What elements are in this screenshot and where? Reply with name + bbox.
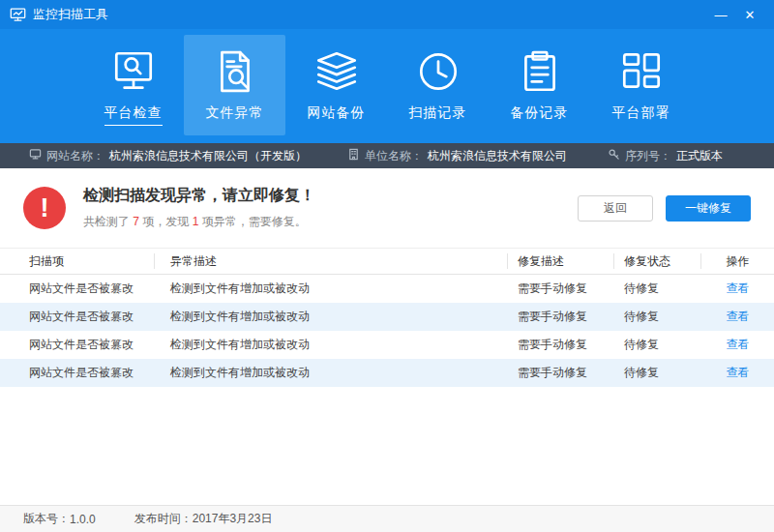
- site-name-value: 杭州索浪信息技术有限公司（开发版）: [109, 148, 307, 164]
- cell-anomaly: 检测到文件有增加或被改动: [155, 309, 508, 325]
- tab-label: 平台部署: [612, 104, 670, 122]
- cell-fix-desc: 需要手动修复: [508, 281, 614, 297]
- monitor-icon: [29, 148, 42, 163]
- monitor-search-icon: [109, 44, 158, 99]
- building-icon: [347, 148, 360, 163]
- title-bar: 监控扫描工具 — ✕: [0, 0, 774, 29]
- serial-item: 序列号：正式版本: [608, 148, 723, 164]
- cell-scan-item: 网站文件是否被篡改: [0, 309, 155, 325]
- summary-middle: 项，发现: [139, 215, 193, 228]
- table-header: 扫描项 异常描述 修复描述 修复状态 操作: [0, 248, 774, 275]
- cell-fix-status: 待修复: [614, 281, 701, 297]
- view-link[interactable]: 查看: [727, 366, 750, 379]
- app-window: 监控扫描工具 — ✕ 平台检查: [0, 0, 774, 532]
- alert-title: 检测扫描发现异常，请立即修复！: [83, 186, 315, 206]
- table-row: 网站文件是否被篡改 检测到文件有增加或被改动 需要手动修复 待修复 查看: [0, 275, 774, 303]
- key-icon: [608, 148, 620, 163]
- tab-label: 网站备份: [308, 104, 366, 122]
- alert-summary: 共检测了 7 项，发现 1 项异常，需要修复。: [83, 214, 315, 230]
- main-toolbar: 平台检查 文件异常: [0, 29, 774, 143]
- info-bar: 网站名称：杭州索浪信息技术有限公司（开发版） 单位名称：杭州索浪信息技术有限公司…: [0, 143, 774, 168]
- tab-site-backup[interactable]: 网站备份: [285, 35, 387, 135]
- tab-scan-history[interactable]: 扫描记录: [387, 35, 489, 135]
- clipboard-icon: [516, 44, 564, 99]
- back-button[interactable]: 返回: [578, 195, 653, 222]
- close-icon[interactable]: ✕: [735, 0, 764, 29]
- cell-fix-desc: 需要手动修复: [508, 365, 614, 381]
- table-row: 网站文件是否被篡改 检测到文件有增加或被改动 需要手动修复 待修复 查看: [0, 359, 774, 387]
- cell-anomaly: 检测到文件有增加或被改动: [155, 281, 508, 297]
- cell-scan-item: 网站文件是否被篡改: [0, 365, 155, 381]
- cell-anomaly: 检测到文件有增加或被改动: [155, 365, 508, 381]
- cell-fix-status: 待修复: [614, 337, 701, 353]
- view-link[interactable]: 查看: [727, 310, 750, 323]
- warning-icon: !: [23, 187, 66, 229]
- scan-result-table: 扫描项 异常描述 修复描述 修复状态 操作 网站文件是否被篡改 检测到文件有增加…: [0, 248, 774, 505]
- view-link[interactable]: 查看: [727, 338, 750, 351]
- app-logo-icon: [10, 7, 26, 23]
- org-name-item: 单位名称：杭州索浪信息技术有限公司: [347, 148, 567, 164]
- cell-fix-desc: 需要手动修复: [508, 337, 614, 353]
- tab-file-anomaly[interactable]: 文件异常: [184, 35, 285, 135]
- summary-prefix: 共检测了: [83, 215, 133, 228]
- grid-blocks-icon: [617, 44, 666, 99]
- serial-value: 正式版本: [676, 148, 723, 164]
- serial-label: 序列号：: [625, 148, 671, 164]
- header-fix-status: 修复状态: [614, 253, 701, 269]
- tab-label: 平台检查: [104, 104, 163, 126]
- tab-platform-check[interactable]: 平台检查: [82, 35, 184, 135]
- header-action: 操作: [701, 253, 774, 269]
- site-name-label: 网站名称：: [46, 148, 104, 164]
- alert-panel: ! 检测扫描发现异常，请立即修复！ 共检测了 7 项，发现 1 项异常，需要修复…: [0, 168, 774, 248]
- cell-fix-desc: 需要手动修复: [508, 309, 614, 325]
- cell-scan-item: 网站文件是否被篡改: [0, 281, 155, 297]
- file-search-icon: [211, 44, 259, 99]
- header-scan-item: 扫描项: [0, 253, 155, 269]
- status-bar: 版本号：1.0.0 发布时间：2017年3月23日: [0, 505, 774, 532]
- tab-label: 备份记录: [511, 104, 569, 122]
- summary-suffix: 项异常，需要修复。: [198, 215, 306, 228]
- version-label: 版本号：: [23, 511, 70, 527]
- table-body: 网站文件是否被篡改 检测到文件有增加或被改动 需要手动修复 待修复 查看 网站文…: [0, 275, 774, 387]
- cell-scan-item: 网站文件是否被篡改: [0, 337, 155, 353]
- cell-anomaly: 检测到文件有增加或被改动: [155, 337, 508, 353]
- clock-icon: [414, 44, 462, 99]
- header-fix-desc: 修复描述: [508, 253, 614, 269]
- one-click-fix-button[interactable]: 一键修复: [666, 195, 751, 222]
- window-title: 监控扫描工具: [33, 6, 108, 23]
- release-date-value: 2017年3月23日: [193, 511, 273, 527]
- site-name-item: 网站名称：杭州索浪信息技术有限公司（开发版）: [29, 148, 307, 164]
- org-name-value: 杭州索浪信息技术有限公司: [428, 148, 567, 164]
- tab-label: 文件异常: [206, 104, 264, 122]
- table-row: 网站文件是否被篡改 检测到文件有增加或被改动 需要手动修复 待修复 查看: [0, 303, 774, 331]
- cell-fix-status: 待修复: [614, 309, 701, 325]
- tab-backup-history[interactable]: 备份记录: [489, 35, 590, 135]
- view-link[interactable]: 查看: [727, 281, 750, 295]
- cell-fix-status: 待修复: [614, 365, 701, 381]
- tab-label: 扫描记录: [409, 104, 467, 122]
- tab-platform-deploy[interactable]: 平台部署: [590, 35, 692, 135]
- release-date-info: 发布时间：2017年3月23日: [134, 511, 273, 527]
- header-anomaly-desc: 异常描述: [155, 253, 508, 269]
- release-date-label: 发布时间：: [134, 511, 193, 527]
- minimize-icon[interactable]: —: [706, 0, 735, 29]
- layers-icon: [313, 44, 361, 99]
- version-value: 1.0.0: [70, 513, 96, 526]
- org-name-label: 单位名称：: [365, 148, 423, 164]
- table-row: 网站文件是否被篡改 检测到文件有增加或被改动 需要手动修复 待修复 查看: [0, 331, 774, 359]
- version-info: 版本号：1.0.0: [23, 511, 96, 527]
